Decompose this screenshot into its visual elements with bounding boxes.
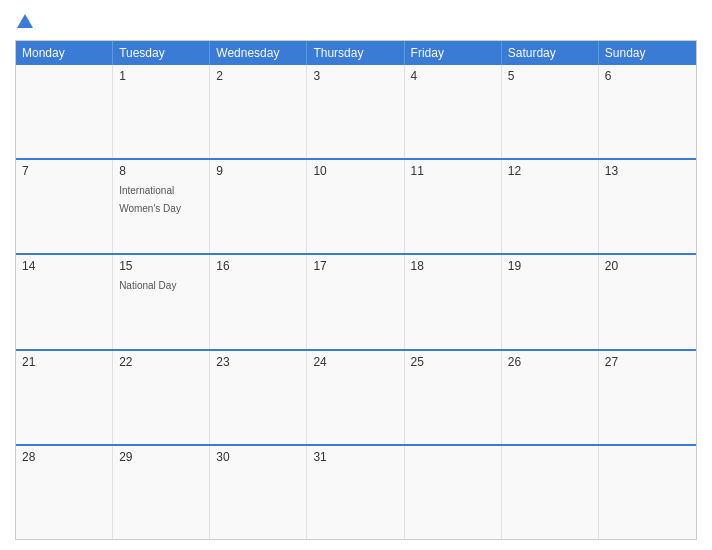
day-cell: [502, 446, 599, 539]
day-cell: 3: [307, 65, 404, 158]
day-cell: 30: [210, 446, 307, 539]
day-cell: 4: [405, 65, 502, 158]
week-row-1: 123456: [16, 65, 696, 160]
day-cell: 14: [16, 255, 113, 348]
day-header-tuesday: Tuesday: [113, 41, 210, 65]
day-cell: [599, 446, 696, 539]
day-cell: 13: [599, 160, 696, 253]
day-number: 22: [119, 355, 203, 369]
day-cell: [16, 65, 113, 158]
calendar-page: MondayTuesdayWednesdayThursdayFridaySatu…: [0, 0, 712, 550]
header: [15, 10, 697, 32]
day-cell: 1: [113, 65, 210, 158]
day-cell: 20: [599, 255, 696, 348]
day-number: 27: [605, 355, 690, 369]
day-cell: 12: [502, 160, 599, 253]
day-number: 16: [216, 259, 300, 273]
day-number: 9: [216, 164, 300, 178]
day-number: 4: [411, 69, 495, 83]
day-cell: 26: [502, 351, 599, 444]
day-number: 24: [313, 355, 397, 369]
day-cell: 7: [16, 160, 113, 253]
day-cell: 31: [307, 446, 404, 539]
day-cell: 15National Day: [113, 255, 210, 348]
day-cell: 2: [210, 65, 307, 158]
day-number: 7: [22, 164, 106, 178]
day-cell: 28: [16, 446, 113, 539]
day-headers-row: MondayTuesdayWednesdayThursdayFridaySatu…: [16, 41, 696, 65]
day-cell: 9: [210, 160, 307, 253]
day-number: 31: [313, 450, 397, 464]
day-cell: [405, 446, 502, 539]
week-row-2: 78International Women's Day910111213: [16, 160, 696, 255]
day-number: 20: [605, 259, 690, 273]
day-number: 14: [22, 259, 106, 273]
day-number: 30: [216, 450, 300, 464]
week-row-5: 28293031: [16, 446, 696, 539]
day-number: 19: [508, 259, 592, 273]
day-cell: 8International Women's Day: [113, 160, 210, 253]
day-cell: 24: [307, 351, 404, 444]
day-header-friday: Friday: [405, 41, 502, 65]
day-cell: 17: [307, 255, 404, 348]
day-number: 3: [313, 69, 397, 83]
day-cell: 19: [502, 255, 599, 348]
day-number: 23: [216, 355, 300, 369]
week-row-3: 1415National Day1617181920: [16, 255, 696, 350]
day-cell: 18: [405, 255, 502, 348]
day-cell: 23: [210, 351, 307, 444]
day-header-monday: Monday: [16, 41, 113, 65]
day-cell: 27: [599, 351, 696, 444]
day-number: 17: [313, 259, 397, 273]
event-label: National Day: [119, 280, 176, 291]
day-number: 12: [508, 164, 592, 178]
day-number: 29: [119, 450, 203, 464]
day-number: 2: [216, 69, 300, 83]
day-number: 28: [22, 450, 106, 464]
day-number: 1: [119, 69, 203, 83]
day-cell: 10: [307, 160, 404, 253]
day-number: 25: [411, 355, 495, 369]
day-number: 13: [605, 164, 690, 178]
logo-triangle-icon: [17, 14, 33, 28]
logo: [15, 14, 35, 28]
day-number: 18: [411, 259, 495, 273]
day-cell: 5: [502, 65, 599, 158]
day-number: 10: [313, 164, 397, 178]
day-number: 11: [411, 164, 495, 178]
event-label: International Women's Day: [119, 185, 181, 214]
day-header-wednesday: Wednesday: [210, 41, 307, 65]
calendar: MondayTuesdayWednesdayThursdayFridaySatu…: [15, 40, 697, 540]
day-cell: 22: [113, 351, 210, 444]
day-number: 15: [119, 259, 203, 273]
day-cell: 16: [210, 255, 307, 348]
day-number: 26: [508, 355, 592, 369]
week-row-4: 21222324252627: [16, 351, 696, 446]
calendar-body: 12345678International Women's Day9101112…: [16, 65, 696, 539]
day-cell: 6: [599, 65, 696, 158]
day-header-thursday: Thursday: [307, 41, 404, 65]
day-cell: 11: [405, 160, 502, 253]
day-number: 8: [119, 164, 203, 178]
day-cell: 25: [405, 351, 502, 444]
day-number: 6: [605, 69, 690, 83]
day-cell: 29: [113, 446, 210, 539]
day-cell: 21: [16, 351, 113, 444]
day-header-saturday: Saturday: [502, 41, 599, 65]
day-header-sunday: Sunday: [599, 41, 696, 65]
day-number: 21: [22, 355, 106, 369]
day-number: 5: [508, 69, 592, 83]
